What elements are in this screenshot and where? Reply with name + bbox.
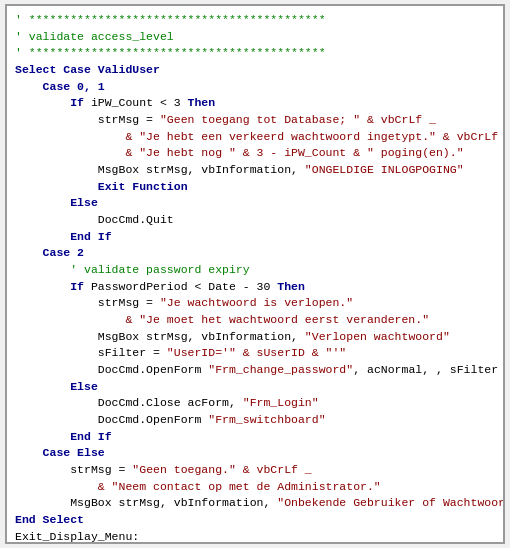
- code-line: strMsg = "Geen toegang tot Database; " &…: [15, 112, 495, 129]
- code-line: Case Else: [15, 445, 495, 462]
- code-line: sFilter = "UserID='" & sUserID & "'": [15, 345, 495, 362]
- code-line: DocCmd.OpenForm "Frm_change_password", a…: [15, 362, 495, 379]
- code-line: MsgBox strMsg, vbInformation, "Verlopen …: [15, 329, 495, 346]
- code-line: strMsg = "Geen toegang." & vbCrLf _: [15, 462, 495, 479]
- code-line: MsgBox strMsg, vbInformation, "Onbekende…: [15, 495, 495, 512]
- code-line: Case 0, 1: [15, 79, 495, 96]
- code-line: ' **************************************…: [15, 12, 495, 29]
- code-line: Case 2: [15, 245, 495, 262]
- code-line: ' validate password expiry: [15, 262, 495, 279]
- code-line: Else: [15, 379, 495, 396]
- code-line: End Select: [15, 512, 495, 529]
- code-line: Select Case ValidUser: [15, 62, 495, 79]
- code-editor-window[interactable]: ' **************************************…: [5, 4, 505, 544]
- code-content: ' **************************************…: [15, 12, 495, 544]
- code-line: ' **************************************…: [15, 45, 495, 62]
- code-line: Exit_Display_Menu:: [15, 529, 495, 544]
- code-line: ' validate access_level: [15, 29, 495, 46]
- code-line: DocCmd.OpenForm "Frm_switchboard": [15, 412, 495, 429]
- code-line: DocCmd.Quit: [15, 212, 495, 229]
- code-line: MsgBox strMsg, vbInformation, "ONGELDIGE…: [15, 162, 495, 179]
- code-line: Else: [15, 195, 495, 212]
- code-line: & "Je hebt nog " & 3 - iPW_Count & " pog…: [15, 145, 495, 162]
- code-line: End If: [15, 229, 495, 246]
- code-line: & "Neem contact op met de Administrator.…: [15, 479, 495, 496]
- code-line: End If: [15, 429, 495, 446]
- code-line: & "Je hebt een verkeerd wachtwoord inget…: [15, 129, 495, 146]
- code-line: Exit Function: [15, 179, 495, 196]
- code-line: If PasswordPeriod < Date - 30 Then: [15, 279, 495, 296]
- code-line: & "Je moet het wachtwoord eerst verander…: [15, 312, 495, 329]
- code-line: DocCmd.Close acForm, "Frm_Login": [15, 395, 495, 412]
- code-line: strMsg = "Je wachtwoord is verlopen.": [15, 295, 495, 312]
- code-line: If iPW_Count < 3 Then: [15, 95, 495, 112]
